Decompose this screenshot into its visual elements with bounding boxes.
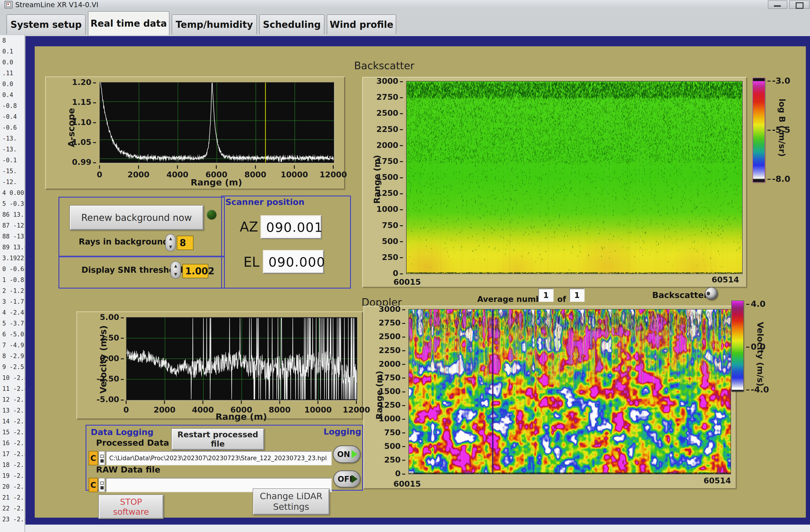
- bg-number-line: -0.8: [0, 100, 25, 111]
- bg-number-line: 0.0: [0, 79, 25, 90]
- stop-software-button[interactable]: STOP software: [98, 495, 164, 519]
- tab-temp-humidity[interactable]: Temp/humidity: [172, 14, 257, 34]
- snr-value: 1.002: [185, 266, 214, 276]
- browse-glyph: [100, 482, 104, 485]
- tab-label: Temp/humidity: [176, 19, 253, 30]
- ascope-x-label: Range (m): [99, 177, 333, 188]
- processed-toggle-state: ON: [337, 450, 350, 459]
- tab-system-setup[interactable]: System setup: [6, 14, 86, 34]
- tick-label: -8.0: [767, 174, 790, 183]
- bg-number-line: 0.0: [0, 57, 25, 68]
- raw-logging-toggle[interactable]: OFF: [333, 470, 360, 487]
- backscatter-title: Backscatter: [354, 60, 415, 71]
- tick-label: 2750: [378, 318, 405, 327]
- bg-number-line: -13.: [0, 133, 25, 144]
- processed-drive-box[interactable]: C: [88, 451, 98, 465]
- velocity-plot: [126, 317, 357, 400]
- bg-number-line: 88 -13.: [0, 231, 25, 242]
- tick-label: 6000: [206, 165, 227, 179]
- bg-number-line: 19 -2.52: [0, 470, 25, 481]
- spinner-down-icon[interactable]: ▼: [169, 245, 172, 249]
- backscatter-colorbar-label: log B (/m/sr): [777, 99, 787, 157]
- rays-value-field[interactable]: 8: [177, 236, 193, 250]
- bg-number-line: -13.: [0, 144, 25, 155]
- az-value: 090.001: [261, 220, 323, 235]
- tab-real-time-data[interactable]: Real time data: [88, 11, 169, 35]
- tick-label: 1.15: [72, 97, 96, 107]
- raw-drive-box[interactable]: C: [88, 478, 98, 492]
- tick-label: 3000: [378, 304, 405, 314]
- renew-led-indicator: [207, 210, 216, 220]
- bg-number-line: 5 -0.35: [0, 198, 25, 209]
- settings-line1: Change LiDAR: [260, 491, 322, 502]
- tick-label: 500: [382, 237, 403, 246]
- bg-number-line: 87 -12.: [0, 220, 25, 231]
- tick-label: 0: [395, 469, 405, 478]
- bg-number-line: 11 -2.48: [0, 383, 25, 394]
- tab-wind-profile[interactable]: Wind profile: [327, 14, 396, 34]
- bg-number-line: 12 -2.52: [0, 394, 25, 405]
- backscatter-x-start: 60015: [393, 277, 421, 287]
- rays-in-background-label: Rays in background: [79, 237, 164, 246]
- background-window-strip: 80.10.0.110.00.4-0.8-0.4-0.6-13.-13.-0.1…: [0, 35, 25, 532]
- raw-drive-letter: C: [91, 480, 96, 490]
- ascope-x-axis: 020004000600080001000012000: [99, 165, 333, 178]
- bg-number-line: 89 13.6: [0, 242, 25, 253]
- tab-label: Real time data: [91, 18, 167, 29]
- doppler-colorbar: [731, 301, 744, 392]
- app-icon: [5, 1, 13, 8]
- az-value-field: 090.001: [261, 215, 322, 239]
- backscatter-heatmap: [406, 81, 743, 274]
- tick-label: 5.00: [100, 312, 124, 322]
- snr-value-field[interactable]: 1.002: [182, 264, 208, 278]
- tick-label: 8000: [244, 165, 266, 179]
- raw-browse-icon[interactable]: [99, 478, 105, 492]
- restart-processed-file-button[interactable]: Restart processed file: [171, 428, 264, 450]
- el-value: 090.000: [264, 254, 325, 270]
- raw-logging-led: [352, 475, 358, 483]
- average-number-field[interactable]: 1: [538, 288, 554, 302]
- backscatter-toggle-knob[interactable]: [705, 287, 718, 300]
- tab-label: Scheduling: [263, 19, 321, 30]
- az-label: AZ: [240, 219, 258, 235]
- bottom-background-strip: [0, 525, 810, 532]
- tab-scheduling[interactable]: Scheduling: [259, 14, 324, 34]
- bg-number-line: 8 -2.90: [0, 351, 25, 361]
- stop-line2: software: [113, 507, 149, 517]
- minimize-button[interactable]: [768, 0, 787, 9]
- ascope-plot: [99, 82, 334, 163]
- tick-label: 2250: [378, 345, 405, 355]
- tick-label: 4.0: [746, 299, 765, 309]
- bg-number-line: 3 -1.71: [0, 296, 25, 307]
- processed-logging-toggle[interactable]: ON: [333, 446, 360, 463]
- renew-background-button[interactable]: Renew background now: [69, 205, 204, 230]
- change-lidar-settings-button[interactable]: Change LiDAR Settings: [253, 488, 329, 515]
- spinner-down-icon[interactable]: ▼: [174, 272, 177, 276]
- bg-number-line: 7 -4.96: [0, 340, 25, 351]
- tick-label: 2500: [378, 332, 405, 341]
- processed-path-field[interactable]: C:\Lidar\Data\Proc\2023\202307\20230723\…: [106, 451, 331, 465]
- doppler-x-end: 60514: [703, 476, 731, 485]
- average-total-field[interactable]: 1: [569, 288, 585, 302]
- processed-browse-icon[interactable]: [99, 451, 105, 465]
- tick-label: 250: [384, 455, 405, 464]
- snr-spinner[interactable]: ▲▼: [170, 261, 181, 279]
- window-title: StreamLine XR V14-0.VI: [15, 1, 98, 9]
- spinner-up-icon[interactable]: ▲: [174, 264, 177, 268]
- restart-processed-file-label: Restart processed file: [172, 430, 264, 448]
- tick-label: 750: [382, 221, 403, 230]
- data-logging-title: Data Logging: [91, 428, 153, 437]
- maximize-button[interactable]: [789, 0, 810, 9]
- bg-number-line: 4 -2.48: [0, 307, 25, 318]
- bg-number-line: 13 -2.56: [0, 405, 25, 416]
- tick-label: -3.0: [767, 76, 790, 85]
- doppler-heatmap: [408, 309, 731, 474]
- backscatter-y-axis-label: Range (m): [372, 155, 382, 204]
- tick-label: 2000: [376, 141, 403, 150]
- average-total-value: 1: [574, 291, 580, 300]
- scanner-position-frame: [221, 196, 351, 288]
- tick-label: 2500: [376, 108, 403, 118]
- spinner-up-icon[interactable]: ▲: [169, 237, 172, 241]
- rays-spinner[interactable]: ▲▼: [165, 234, 176, 252]
- screenshot-stage: StreamLine XR V14-0.VI System setup Real…: [0, 0, 810, 532]
